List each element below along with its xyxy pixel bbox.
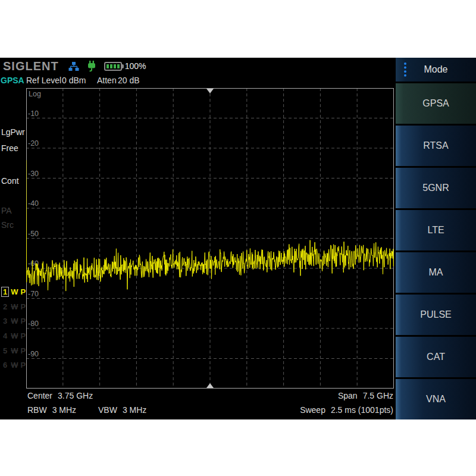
trace-detector: P	[21, 302, 26, 311]
svg-text:-20: -20	[28, 139, 39, 148]
trace-detector: P	[21, 331, 26, 340]
svg-text:-70: -70	[28, 290, 39, 298]
trace-detector: P	[21, 346, 26, 355]
mode-button-lte[interactable]: LTE	[396, 210, 476, 250]
trace-detector: P	[21, 361, 26, 369]
sweep-readout[interactable]: Sweep2.5 ms (1001pts)	[300, 405, 393, 415]
left-panel-item-lgpwr: LgPwr	[1, 127, 25, 137]
mode-menu-title: Mode	[424, 64, 447, 75]
svg-text:Log: Log	[29, 90, 41, 98]
mode-button-5gnr[interactable]: 5GNR	[396, 168, 476, 208]
sweep-label: Sweep	[300, 405, 325, 415]
trace-indicator-1[interactable]: 1WP	[1, 287, 26, 297]
trace-mode: W	[11, 346, 18, 355]
svg-text:-80: -80	[28, 320, 39, 328]
mode-menu-header[interactable]: Mode	[396, 58, 476, 82]
siglent-logo: SIGLENT	[3, 60, 59, 73]
mode-button-vna[interactable]: VNA	[396, 379, 476, 419]
left-panel-item-src: Src	[1, 220, 14, 230]
rbw-readout[interactable]: RBW3 MHz	[27, 405, 76, 415]
center-label: Center	[27, 391, 52, 400]
atten-label[interactable]: Atten	[97, 76, 117, 85]
trace-indicator-5[interactable]: 5WP	[1, 346, 26, 356]
vbw-label: VBW	[98, 405, 117, 415]
left-panel-item-cont: Cont	[1, 176, 19, 186]
trace-number: 3	[1, 316, 9, 326]
span-readout[interactable]: Span7.5 GHz	[338, 391, 393, 400]
trace-indicator-3[interactable]: 3WP	[1, 316, 26, 326]
rbw-label: RBW	[27, 405, 47, 415]
mode-button-gpsa[interactable]: GPSA	[396, 83, 476, 124]
center-value: 3.75 GHz	[58, 391, 93, 400]
svg-text:-50: -50	[28, 230, 39, 238]
span-value: 7.5 GHz	[363, 391, 393, 400]
trace-indicator-2[interactable]: 2WP	[1, 302, 26, 312]
trace-number: 1	[1, 287, 9, 297]
sweep-value: 2.5 ms (1001pts)	[331, 405, 393, 415]
mode-button-pulse[interactable]: PULSE	[396, 295, 476, 335]
svg-text:-90: -90	[28, 350, 39, 358]
left-panel-item-free: Free	[1, 143, 18, 153]
trace-mode: W	[11, 331, 18, 340]
trace-number: 4	[1, 331, 9, 341]
battery-percent: 100%	[125, 61, 146, 71]
vbw-readout[interactable]: VBW3 MHz	[98, 405, 146, 415]
svg-text:-10: -10	[28, 109, 39, 118]
active-mode-tag: GPSA	[1, 76, 24, 85]
trace-number: 5	[1, 346, 9, 356]
power-plug-icon	[87, 61, 96, 72]
trace-mode: W	[11, 317, 18, 325]
spectrum-chart[interactable]: -10-20-30-40-50-60-70-80-90Log	[26, 88, 394, 389]
network-icon	[68, 61, 79, 71]
trace-number: 2	[1, 302, 9, 312]
mode-menu-sidebar: Mode GPSA RTSA 5GNR LTE MA PULSE CAT VNA	[396, 58, 476, 419]
trace-detector: P	[21, 317, 26, 325]
mode-button-rtsa[interactable]: RTSA	[396, 126, 476, 166]
left-panel-item-pa: PA	[1, 206, 12, 215]
trace-indicator-6[interactable]: 6WP	[1, 360, 26, 370]
svg-text:-30: -30	[28, 170, 39, 178]
battery-icon: 100%	[104, 61, 146, 71]
svg-text:-40: -40	[28, 199, 39, 208]
trace-mode: W	[11, 302, 18, 311]
trace-number: 6	[1, 360, 9, 370]
ref-level-value[interactable]: 0 dBm	[62, 76, 86, 85]
trace-mode: W	[11, 287, 18, 296]
measurement-header: GPSA Ref Level 0 dBm Atten 20 dB	[0, 76, 393, 86]
status-bar: SIGLENT 100%	[0, 58, 393, 74]
menu-dots-icon	[403, 62, 407, 77]
trace-mode: W	[11, 361, 18, 369]
mode-buttons: GPSA RTSA 5GNR LTE MA PULSE CAT VNA	[396, 83, 476, 419]
mode-button-cat[interactable]: CAT	[396, 337, 476, 377]
trace-indicator-4[interactable]: 4WP	[1, 331, 26, 341]
rbw-value: 3 MHz	[52, 405, 76, 415]
span-label: Span	[338, 391, 358, 400]
atten-value[interactable]: 20 dB	[118, 76, 140, 85]
page: SIGLENT 100%	[0, 0, 476, 476]
center-frequency-readout[interactable]: Center3.75 GHz	[27, 391, 93, 400]
trace-detector: P	[21, 287, 26, 296]
mode-button-ma[interactable]: MA	[396, 252, 476, 293]
vbw-value: 3 MHz	[123, 405, 146, 415]
ref-level-label[interactable]: Ref Level	[26, 76, 61, 85]
